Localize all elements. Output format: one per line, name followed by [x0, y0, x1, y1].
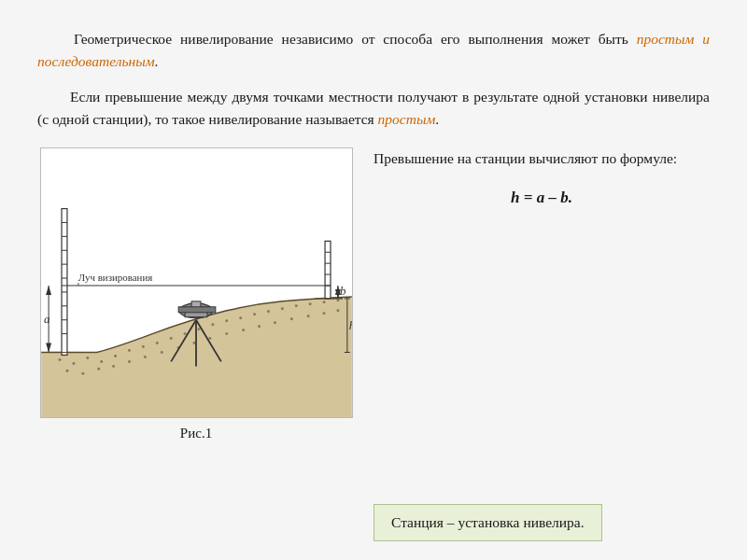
right-column: Превышение на станции вычисляют по форму…	[374, 147, 710, 541]
svg-point-10	[183, 332, 186, 335]
svg-point-16	[266, 310, 269, 313]
svg-point-38	[322, 312, 325, 315]
svg-rect-40	[62, 209, 67, 356]
svg-point-34	[258, 325, 261, 328]
svg-point-25	[112, 365, 115, 368]
formula-intro: Превышение на станции вычисляют по форму…	[374, 147, 710, 170]
svg-text:a: a	[44, 312, 49, 326]
svg-rect-62	[178, 307, 216, 313]
svg-point-39	[336, 309, 339, 312]
svg-point-5	[114, 355, 117, 357]
svg-text:h: h	[348, 318, 351, 332]
svg-point-26	[128, 360, 131, 363]
svg-point-32	[225, 332, 228, 335]
paragraph-1: Геометрическое нивелирование независимо …	[37, 28, 710, 73]
svg-point-17	[280, 307, 283, 310]
svg-point-3	[86, 357, 89, 359]
svg-point-18	[294, 304, 297, 307]
svg-point-35	[273, 321, 275, 324]
formula-main: h = a – b.	[374, 189, 710, 207]
para2-prefix: Если превышение между двумя точками мест…	[37, 89, 710, 127]
para2-highlight: простым	[378, 111, 436, 127]
diagram-svg: a b Луч визирования h	[41, 148, 352, 417]
svg-point-14	[239, 316, 242, 319]
station-box: Станция – установка нивелира.	[374, 504, 602, 541]
svg-point-33	[242, 329, 245, 331]
fig-label: Рис.1	[180, 426, 212, 441]
svg-point-36	[289, 317, 292, 320]
svg-point-9	[169, 337, 172, 340]
paragraph-2: Если превышение между двумя точками мест…	[37, 86, 710, 131]
svg-point-4	[100, 360, 103, 363]
svg-point-20	[322, 301, 325, 303]
svg-point-2	[72, 362, 75, 365]
svg-point-30	[192, 342, 195, 344]
para1-prefix: Геометрическое нивелирование независимо …	[74, 31, 637, 47]
svg-point-21	[336, 299, 339, 301]
svg-text:Луч визирования: Луч визирования	[78, 272, 151, 283]
bottom-section: a b Луч визирования h Р	[37, 147, 710, 541]
svg-point-31	[208, 337, 211, 340]
slide: Геометрическое нивелирование независимо …	[0, 0, 747, 560]
svg-point-13	[225, 319, 228, 322]
para1-suffix: .	[155, 53, 159, 69]
diagram-box: a b Луч визирования h	[40, 147, 353, 418]
para2-suffix: .	[435, 111, 439, 127]
svg-point-27	[143, 356, 146, 358]
svg-point-22	[65, 370, 68, 372]
svg-point-24	[97, 368, 100, 371]
svg-point-19	[308, 302, 311, 305]
svg-point-6	[128, 349, 131, 352]
svg-point-23	[81, 372, 84, 375]
svg-point-12	[211, 323, 214, 326]
svg-rect-50	[325, 241, 331, 299]
svg-text:b: b	[339, 284, 345, 298]
svg-point-1	[58, 358, 61, 361]
svg-point-8	[155, 342, 158, 344]
left-column: a b Луч визирования h Р	[37, 147, 355, 541]
svg-point-15	[253, 313, 256, 315]
svg-point-7	[141, 345, 144, 348]
svg-point-37	[306, 315, 309, 317]
svg-point-28	[160, 351, 162, 354]
svg-point-11	[197, 328, 200, 330]
